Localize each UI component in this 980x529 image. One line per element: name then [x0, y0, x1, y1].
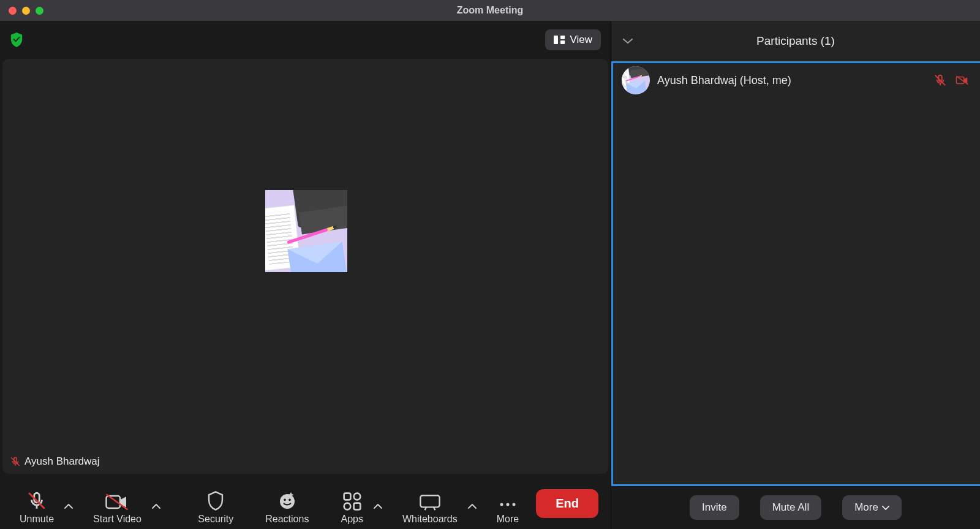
video-off-icon	[105, 493, 129, 511]
chevron-up-icon	[374, 503, 382, 509]
svg-point-3	[288, 498, 291, 501]
microphone-muted-icon	[933, 74, 947, 87]
participants-title: Participants (1)	[756, 34, 835, 48]
window-close-button[interactable]	[9, 7, 17, 15]
reactions-button[interactable]: Reactions	[258, 482, 316, 525]
participants-header: Participants (1)	[611, 21, 980, 61]
participants-list: Ayush Bhardwaj (Host, me)	[611, 61, 980, 486]
chevron-up-icon	[64, 503, 73, 509]
apps-icon	[342, 492, 362, 511]
svg-point-9	[500, 503, 503, 506]
video-off-icon	[956, 74, 969, 87]
view-gallery-icon	[554, 36, 565, 44]
video-options-caret[interactable]	[148, 488, 165, 525]
whiteboards-button[interactable]: Whiteboards	[395, 482, 465, 525]
chevron-up-icon	[468, 503, 477, 509]
svg-rect-4	[344, 493, 350, 500]
video-tile: Ayush Bhardwaj	[2, 59, 608, 474]
participant-name: Ayush Bhardwaj (Host, me)	[657, 74, 933, 87]
mute-all-button[interactable]: Mute All	[760, 495, 821, 520]
mute-all-label: Mute All	[772, 501, 809, 514]
self-name-text: Ayush Bhardwaj	[24, 455, 100, 468]
svg-point-6	[353, 493, 360, 500]
invite-label: Invite	[702, 501, 727, 514]
start-video-button[interactable]: Start Video	[86, 482, 149, 525]
invite-button[interactable]: Invite	[690, 495, 739, 520]
microphone-muted-icon	[26, 490, 47, 511]
audio-options-caret[interactable]	[60, 488, 77, 525]
participant-avatar	[622, 66, 650, 94]
view-label: View	[570, 34, 592, 46]
unmute-label: Unmute	[20, 514, 54, 525]
unmute-button[interactable]: Unmute	[12, 482, 61, 525]
self-name-badge: Ayush Bhardwaj	[6, 453, 104, 470]
traffic-lights	[9, 7, 43, 15]
window-minimize-button[interactable]	[22, 7, 30, 15]
whiteboards-label: Whiteboards	[402, 514, 458, 525]
participants-more-button[interactable]: More	[842, 495, 902, 520]
chevron-down-icon[interactable]	[622, 37, 633, 45]
participants-panel: Participants (1) Ayush Bhardwaj (	[611, 21, 980, 529]
end-label: End	[556, 497, 579, 510]
end-meeting-button[interactable]: End	[536, 489, 598, 518]
participants-footer: Invite Mute All More	[611, 486, 980, 529]
encryption-shield-icon[interactable]	[10, 32, 23, 48]
more-label: More	[497, 514, 519, 525]
security-button[interactable]: Security	[190, 482, 241, 525]
more-horizontal-icon	[498, 498, 518, 511]
apps-options-caret[interactable]	[369, 488, 386, 525]
apps-button[interactable]: Apps	[333, 482, 370, 525]
window-titlebar: Zoom Meeting	[0, 0, 980, 21]
microphone-muted-icon	[10, 455, 21, 468]
apps-label: Apps	[341, 514, 363, 525]
window-title: Zoom Meeting	[457, 5, 523, 16]
meeting-area: View Ayush Bhardwaj	[0, 21, 611, 529]
whiteboards-options-caret[interactable]	[464, 488, 481, 525]
svg-point-2	[284, 498, 286, 501]
svg-rect-5	[353, 503, 360, 510]
chevron-up-icon	[152, 503, 160, 509]
svg-rect-8	[420, 495, 439, 507]
start-video-label: Start Video	[93, 514, 141, 525]
participants-more-label: More	[854, 501, 878, 514]
svg-point-1	[280, 494, 295, 509]
smile-icon	[277, 492, 297, 511]
svg-point-10	[506, 503, 509, 506]
participant-row[interactable]: Ayush Bhardwaj (Host, me)	[613, 63, 980, 97]
more-button[interactable]: More	[489, 482, 526, 525]
reactions-label: Reactions	[265, 514, 309, 525]
svg-point-11	[512, 503, 515, 506]
view-button[interactable]: View	[545, 29, 601, 50]
whiteboard-icon	[419, 493, 441, 511]
window-maximize-button[interactable]	[36, 7, 43, 15]
chevron-down-icon	[882, 505, 889, 511]
self-avatar	[265, 190, 347, 272]
svg-point-7	[344, 503, 350, 510]
meeting-toolbar: Unmute Start Video	[0, 478, 611, 529]
shield-icon	[206, 490, 225, 511]
security-label: Security	[198, 514, 233, 525]
